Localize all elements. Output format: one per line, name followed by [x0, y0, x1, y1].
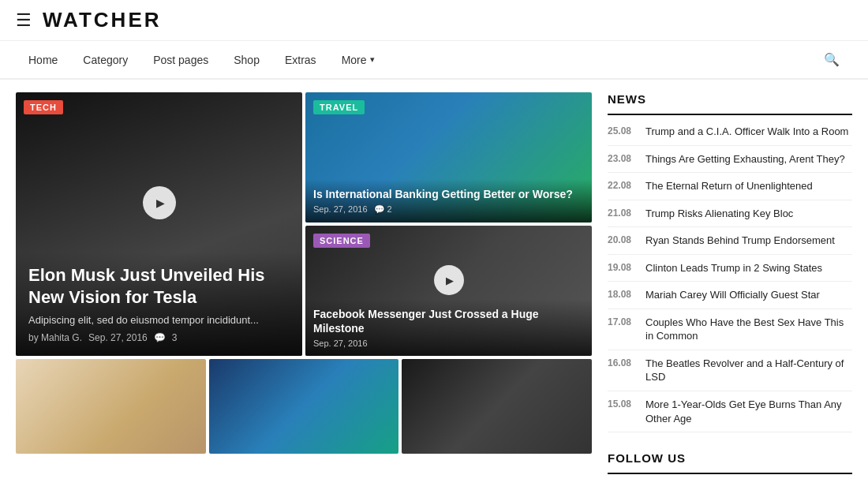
news-date-8: 16.08	[608, 357, 638, 368]
featured-main-caption: Elon Musk Just Unveiled His New Vision f…	[16, 252, 302, 356]
news-item-7[interactable]: 17.08 Couples Who Have the Best Sex Have…	[608, 309, 852, 350]
news-item-1[interactable]: 23.08 Things Are Getting Exhausting, Are…	[608, 146, 852, 174]
featured-main[interactable]: TECH ▶ Elon Musk Just Unveiled His New V…	[16, 92, 302, 356]
news-date-3: 21.08	[608, 207, 638, 219]
news-text-5: Clinton Leads Trump in 2 Swing States	[645, 261, 852, 275]
news-date-7: 17.08	[608, 316, 638, 327]
news-date-5: 19.08	[608, 261, 638, 273]
nav-extras[interactable]: Extras	[272, 43, 329, 77]
thumb-image-2	[209, 359, 399, 454]
news-text-6: Mariah Carey Will Officially Guest Star	[645, 288, 852, 302]
chevron-down-icon: ▾	[370, 54, 375, 65]
news-text-0: Trump and a C.I.A. Officer Walk Into a R…	[645, 125, 852, 139]
play-button-bottom[interactable]: ▶	[434, 265, 464, 295]
news-date-9: 15.08	[608, 398, 638, 410]
sidebar: NEWS 25.08 Trump and a C.I.A. Officer Wa…	[608, 92, 852, 484]
featured-bottom-right-date: Sep. 27, 2016	[313, 339, 584, 348]
news-item-6[interactable]: 18.08 Mariah Carey Will Officially Guest…	[608, 282, 852, 309]
navigation: Home Category Post pages Shop Extras Mor…	[0, 41, 868, 80]
featured-top-right-meta: Sep. 27, 2016 💬 2	[313, 204, 584, 215]
news-text-3: Trump Risks Alienating Key Bloc	[645, 207, 852, 221]
featured-main-date: Sep. 27, 2016	[88, 332, 148, 343]
news-date-4: 20.08	[608, 234, 638, 245]
thumb-row	[16, 359, 592, 454]
play-icon: ▶	[156, 196, 165, 209]
hamburger-icon[interactable]: ☰	[16, 10, 32, 31]
news-text-7: Couples Who Have the Best Sex Have This …	[645, 316, 852, 343]
news-item-2[interactable]: 22.08 The Eternal Return of Unenlightene…	[608, 173, 852, 200]
featured-main-comments: 3	[172, 332, 178, 343]
news-section-title: NEWS	[608, 92, 852, 115]
featured-grid: TECH ▶ Elon Musk Just Unveiled His New V…	[16, 92, 592, 356]
news-section: NEWS 25.08 Trump and a C.I.A. Officer Wa…	[608, 92, 852, 432]
header: ☰ WATCHER	[0, 0, 868, 41]
play-icon-bottom: ▶	[446, 275, 454, 286]
tech-badge: TECH	[24, 100, 63, 114]
news-date-2: 22.08	[608, 179, 638, 191]
content-area: TECH ▶ Elon Musk Just Unveiled His New V…	[16, 92, 592, 484]
featured-main-desc: Adipiscing elit, sed do eiusmod tempor i…	[28, 314, 290, 326]
play-button-main[interactable]: ▶	[143, 186, 176, 219]
featured-top-right-caption: Is International Banking Getting Better …	[305, 179, 592, 223]
main-layout: TECH ▶ Elon Musk Just Unveiled His New V…	[0, 80, 868, 490]
featured-main-title: Elon Musk Just Unveiled His New Vision f…	[28, 264, 290, 308]
news-date-0: 25.08	[608, 125, 638, 137]
comment-icon: 💬	[154, 332, 166, 343]
featured-bottom-right[interactable]: SCIENCE ▶ Facebook Messenger Just Crosse…	[305, 226, 592, 356]
featured-top-right-title: Is International Banking Getting Better …	[313, 187, 584, 201]
science-badge: SCIENCE	[313, 234, 370, 248]
thumb-image-1	[16, 359, 206, 454]
news-date-6: 18.08	[608, 288, 638, 300]
thumb-item-2[interactable]	[209, 359, 399, 454]
thumb-image-3	[402, 359, 592, 454]
travel-badge: TRAVEL	[313, 100, 365, 114]
follow-section-title: FOLLOW US	[608, 451, 852, 474]
nav-shop[interactable]: Shop	[221, 43, 272, 77]
news-text-1: Things Are Getting Exhausting, Arent The…	[645, 152, 852, 166]
logo: WATCHER	[43, 8, 162, 32]
featured-top-right-date: Sep. 27, 2016	[313, 204, 368, 215]
featured-main-author: by Mahita G.	[28, 332, 82, 343]
news-item-3[interactable]: 21.08 Trump Risks Alienating Key Bloc	[608, 200, 852, 228]
featured-bottom-right-caption: Facebook Messenger Just Crossed a Huge M…	[305, 299, 592, 356]
news-text-8: The Beatles Revolver and a Half-Century …	[645, 357, 852, 384]
news-text-4: Ryan Stands Behind Trump Endorsement	[645, 234, 852, 248]
news-item-4[interactable]: 20.08 Ryan Stands Behind Trump Endorseme…	[608, 227, 852, 255]
nav-more[interactable]: More ▾	[329, 43, 387, 77]
nav-post-pages[interactable]: Post pages	[140, 43, 221, 77]
news-date-1: 23.08	[608, 152, 638, 164]
nav-home[interactable]: Home	[16, 43, 70, 77]
thumb-item-1[interactable]	[16, 359, 206, 454]
news-item-9[interactable]: 15.08 More 1-Year-Olds Get Eye Burns Tha…	[608, 391, 852, 432]
featured-main-meta: by Mahita G. Sep. 27, 2016 💬 3	[28, 332, 290, 343]
featured-bottom-right-title: Facebook Messenger Just Crossed a Huge M…	[313, 307, 584, 335]
news-text-2: The Eternal Return of Unenlightened	[645, 179, 852, 193]
follow-section: FOLLOW US	[608, 451, 852, 474]
news-item-5[interactable]: 19.08 Clinton Leads Trump in 2 Swing Sta…	[608, 255, 852, 282]
featured-top-right-comments: 💬 2	[374, 204, 392, 215]
news-text-9: More 1-Year-Olds Get Eye Burns Than Any …	[645, 398, 852, 425]
search-icon[interactable]: 🔍	[811, 41, 852, 78]
news-item-0[interactable]: 25.08 Trump and a C.I.A. Officer Walk In…	[608, 118, 852, 146]
thumb-item-3[interactable]	[402, 359, 592, 454]
featured-top-right[interactable]: TRAVEL Is International Banking Getting …	[305, 92, 592, 223]
news-item-8[interactable]: 16.08 The Beatles Revolver and a Half-Ce…	[608, 350, 852, 391]
nav-category[interactable]: Category	[70, 43, 140, 77]
